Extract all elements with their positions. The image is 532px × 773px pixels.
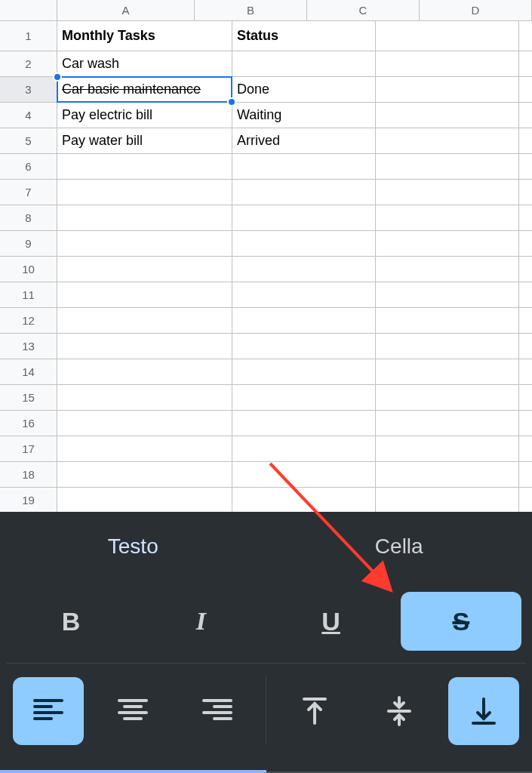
cell-c13[interactable]	[376, 334, 519, 359]
cell-d7[interactable]	[519, 180, 532, 205]
sheet-corner[interactable]	[0, 0, 57, 21]
cell-c19[interactable]	[376, 488, 519, 512]
cell-a15[interactable]	[57, 385, 232, 411]
tab-cell[interactable]: Cella	[266, 512, 533, 581]
cell-d1[interactable]	[519, 21, 532, 51]
cell-a11[interactable]	[57, 282, 232, 308]
cell-c12[interactable]	[376, 308, 519, 334]
row-header-2[interactable]: 2	[0, 51, 57, 77]
column-header-b[interactable]: B	[195, 0, 307, 21]
cell-c9[interactable]	[376, 231, 519, 257]
cell-c3[interactable]	[376, 77, 519, 103]
row-header-6[interactable]: 6	[0, 154, 57, 180]
cell-b6[interactable]	[232, 154, 376, 180]
strikethrough-button[interactable]: S	[401, 592, 521, 651]
column-header-a[interactable]: A	[57, 0, 195, 21]
cell-a18[interactable]	[57, 462, 232, 488]
cell-a1[interactable]: Monthly Tasks	[57, 21, 232, 51]
cell-b14[interactable]	[232, 359, 376, 385]
cell-a4[interactable]: Pay electric bill	[57, 103, 232, 128]
row-header-8[interactable]: 8	[0, 205, 57, 231]
row-header-17[interactable]: 17	[0, 436, 57, 462]
cell-a6[interactable]	[57, 154, 232, 180]
cell-c7[interactable]	[376, 180, 519, 205]
cell-c11[interactable]	[376, 282, 519, 308]
cell-c8[interactable]	[376, 205, 519, 231]
bold-button[interactable]: B	[11, 592, 131, 651]
cell-c14[interactable]	[376, 359, 519, 385]
row-header-19[interactable]: 19	[0, 488, 57, 512]
align-center-button[interactable]	[97, 677, 168, 745]
cell-a14[interactable]	[57, 359, 232, 385]
cell-c10[interactable]	[376, 257, 519, 282]
cell-b4[interactable]: Waiting	[232, 103, 376, 128]
cell-a9[interactable]	[57, 231, 232, 257]
cell-a8[interactable]	[57, 205, 232, 231]
cell-a5[interactable]: Pay water bill	[57, 128, 232, 154]
cell-d13[interactable]	[519, 334, 532, 359]
cell-d2[interactable]	[519, 51, 532, 77]
cell-b3[interactable]: Done	[232, 77, 376, 103]
valign-top-button[interactable]	[279, 677, 350, 745]
row-header-4[interactable]: 4	[0, 103, 57, 128]
row-header-14[interactable]: 14	[0, 359, 57, 385]
cell-c18[interactable]	[376, 462, 519, 488]
cell-b9[interactable]	[232, 231, 376, 257]
cell-a12[interactable]	[57, 308, 232, 334]
cell-b18[interactable]	[232, 462, 376, 488]
cell-c17[interactable]	[376, 436, 519, 462]
cell-b1[interactable]: Status	[232, 21, 376, 51]
cell-c2[interactable]	[376, 51, 519, 77]
valign-middle-button[interactable]	[364, 677, 435, 745]
cell-d16[interactable]	[519, 411, 532, 436]
cell-a7[interactable]	[57, 180, 232, 205]
cell-b12[interactable]	[232, 308, 376, 334]
row-header-15[interactable]: 15	[0, 385, 57, 411]
cell-b5[interactable]: Arrived	[232, 128, 376, 154]
cell-c4[interactable]	[376, 103, 519, 128]
column-header-c[interactable]: C	[307, 0, 420, 21]
cell-d5[interactable]	[519, 128, 532, 154]
cell-b7[interactable]	[232, 180, 376, 205]
cell-b8[interactable]	[232, 205, 376, 231]
cell-d4[interactable]	[519, 103, 532, 128]
cell-a17[interactable]	[57, 436, 232, 462]
cell-d15[interactable]	[519, 385, 532, 411]
underline-button[interactable]: U	[271, 592, 392, 651]
cell-d11[interactable]	[519, 282, 532, 308]
cell-d10[interactable]	[519, 257, 532, 282]
align-right-button[interactable]	[182, 677, 253, 745]
row-header-5[interactable]: 5	[0, 128, 57, 154]
cell-a3[interactable]: Car basic maintenance	[57, 77, 232, 103]
row-header-7[interactable]: 7	[0, 180, 57, 205]
cell-c6[interactable]	[376, 154, 519, 180]
italic-button[interactable]: I	[140, 592, 261, 651]
row-header-18[interactable]: 18	[0, 462, 57, 488]
cell-a10[interactable]	[57, 257, 232, 282]
cell-a13[interactable]	[57, 334, 232, 359]
row-header-9[interactable]: 9	[0, 231, 57, 257]
cell-d18[interactable]	[519, 462, 532, 488]
cell-b11[interactable]	[232, 282, 376, 308]
cell-b19[interactable]	[232, 488, 376, 512]
cell-b17[interactable]	[232, 436, 376, 462]
cell-d19[interactable]	[519, 488, 532, 512]
align-left-button[interactable]	[13, 677, 84, 745]
cell-c16[interactable]	[376, 411, 519, 436]
cell-b15[interactable]	[232, 385, 376, 411]
cell-d6[interactable]	[519, 154, 532, 180]
cell-c15[interactable]	[376, 385, 519, 411]
row-header-12[interactable]: 12	[0, 308, 57, 334]
row-header-13[interactable]: 13	[0, 334, 57, 359]
column-header-d[interactable]: D	[420, 0, 532, 21]
cell-d9[interactable]	[519, 231, 532, 257]
cell-a19[interactable]	[57, 488, 232, 512]
cell-a16[interactable]	[57, 411, 232, 436]
row-header-3[interactable]: 3	[0, 77, 57, 103]
tab-text[interactable]: Testo	[0, 512, 266, 581]
cell-d8[interactable]	[519, 205, 532, 231]
cell-b10[interactable]	[232, 257, 376, 282]
cell-d17[interactable]	[519, 436, 532, 462]
cell-c5[interactable]	[376, 128, 519, 154]
row-header-11[interactable]: 11	[0, 282, 57, 308]
